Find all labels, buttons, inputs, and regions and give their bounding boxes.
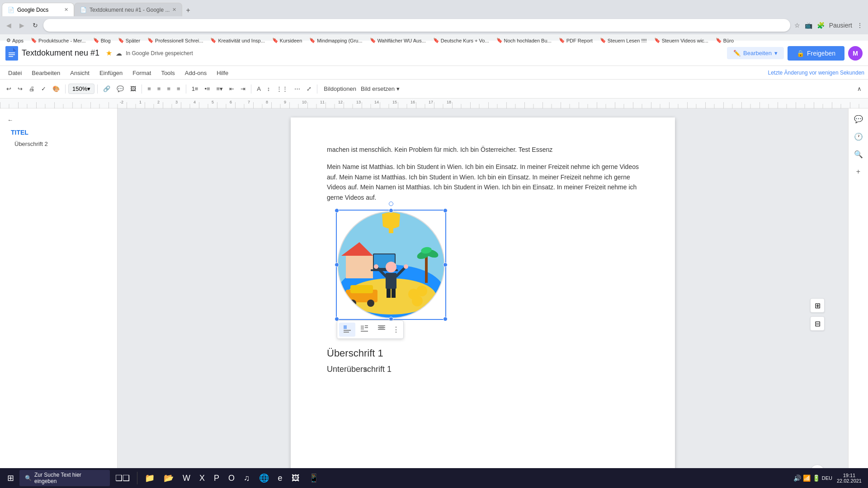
last-change-link[interactable]: Letzte Änderung vor wenigen Sekunden	[768, 70, 865, 76]
bookmark-icon[interactable]: ☆	[793, 20, 802, 30]
task-view-button[interactable]: ❑❑	[112, 471, 133, 485]
right-panel-history-icon[interactable]: 🕐	[851, 130, 866, 144]
new-tab-button[interactable]: +	[182, 5, 193, 16]
cloud-save-icon[interactable]: ☁	[116, 50, 122, 57]
cast-icon[interactable]: 📺	[803, 20, 814, 30]
taskbar-search[interactable]: 🔍 Zur Suche Text hier eingeben	[19, 470, 110, 486]
bookmark-spaeter[interactable]: 🔖 Später	[115, 37, 143, 44]
handle-bottom-right[interactable]	[443, 317, 448, 321]
taskbar-chrome-icon[interactable]: 🌐	[255, 471, 273, 485]
doc-heading2[interactable]: Unterüberschrift 1	[327, 365, 639, 374]
paintformat-button[interactable]: 🎨	[50, 84, 62, 94]
taskbar-explorer-icon[interactable]: 📁	[141, 471, 158, 485]
add-image-button[interactable]: ⊟	[810, 316, 825, 331]
forward-button[interactable]: ▶	[17, 20, 27, 31]
collapse-toolbar-button[interactable]: ∧	[854, 84, 864, 94]
tray-network-icon[interactable]: 🔊	[793, 474, 801, 482]
extensions-icon[interactable]: 🧩	[816, 20, 826, 30]
tab-2[interactable]: 📄 Textdokument neu #1 - Google ... ✕	[74, 3, 182, 16]
bookmark-buero[interactable]: 🔖 Büro	[713, 37, 736, 44]
handle-top-left[interactable]	[335, 208, 339, 213]
bookmark-kreativ[interactable]: 🔖 Kreativität und Insp...	[208, 37, 267, 44]
tab-1[interactable]: 📄 Google Docs ✕	[2, 3, 74, 16]
right-panel-expand-icon[interactable]: +	[854, 165, 863, 178]
document-area[interactable]: machen ist menschlich. Kein Problem für …	[118, 108, 848, 488]
tray-volume-icon[interactable]: 📶	[803, 474, 811, 482]
bookmark-apps[interactable]: ⚙ Apps	[4, 37, 26, 44]
taskbar-outlook-icon[interactable]: O	[225, 472, 238, 485]
image-button[interactable]: 🖼	[127, 84, 139, 94]
taskbar-phone-icon[interactable]: 📱	[305, 471, 322, 485]
bookmark-kursideen[interactable]: 🔖 Kursideen	[269, 37, 305, 44]
taskbar-edge-icon[interactable]: e	[274, 472, 286, 485]
align-justify-button[interactable]: ≡	[174, 84, 183, 94]
back-button[interactable]: ◀	[4, 20, 14, 31]
right-panel-explore-icon[interactable]: 🔍	[851, 147, 866, 161]
share-button[interactable]: 🔒 Freigeben	[788, 46, 844, 61]
reload-button[interactable]: ↻	[30, 20, 41, 31]
tray-time[interactable]: 19:11 22.02.2021	[834, 473, 864, 483]
sidebar-item-uberschrift2[interactable]: Überschrift 2	[0, 139, 117, 149]
tab-2-close[interactable]: ✕	[172, 7, 176, 13]
text-color-button[interactable]: A	[254, 84, 264, 94]
columns-button[interactable]: ⋮⋮	[274, 84, 291, 94]
taskbar-spotify-icon[interactable]: ♫	[240, 472, 254, 485]
bookmark-steuern2[interactable]: 🔖 Steuern Videos wic...	[651, 37, 711, 44]
wrap-inline-button[interactable]	[339, 323, 355, 337]
bulleted-list-button[interactable]: •≡	[202, 84, 212, 94]
align-left-button[interactable]: ≡	[145, 84, 154, 94]
indent-increase-button[interactable]: ⇥	[238, 84, 248, 94]
doc-paragraph[interactable]: Mein Name ist Matthias. Ich bin Student …	[327, 162, 639, 202]
menu-datei[interactable]: Datei	[4, 68, 26, 78]
user-avatar[interactable]: M	[848, 46, 863, 61]
wrap-behind-button[interactable]	[373, 323, 390, 337]
profile-button[interactable]: Pausiert	[828, 20, 854, 30]
menu-format[interactable]: Format	[128, 68, 156, 78]
handle-top-center[interactable]	[389, 208, 393, 213]
menu-bearbeiten[interactable]: Bearbeiten	[27, 68, 65, 78]
expand-button[interactable]: ⤢	[304, 84, 314, 94]
menu-einfuegen[interactable]: Einfügen	[95, 68, 127, 78]
bild-ersetzen-button[interactable]: Bild ersetzen ▾	[361, 85, 400, 92]
redo-button[interactable]: ↪	[15, 84, 25, 94]
bookmark-steuern1[interactable]: 🔖 Steuern Lesen !!!!	[597, 37, 650, 44]
align-right-button[interactable]: ≡	[164, 84, 173, 94]
menu-ansicht[interactable]: Ansicht	[66, 68, 94, 78]
menu-tools[interactable]: Tools	[156, 68, 179, 78]
handle-middle-left[interactable]	[335, 263, 339, 267]
spellcheck-button[interactable]: ✓	[38, 84, 49, 94]
handle-top-right[interactable]	[443, 208, 448, 213]
align-center-button[interactable]: ≡	[155, 84, 164, 94]
wrap-more-button[interactable]: ⋮	[391, 324, 401, 336]
bookmark-hochladen[interactable]: 🔖 Noch hochladen Bu...	[494, 37, 554, 44]
tab-1-close[interactable]: ✕	[64, 7, 68, 13]
bookmark-pdf[interactable]: 🔖 PDF Report	[556, 37, 595, 44]
comment-button[interactable]: 💬	[114, 84, 127, 94]
sidebar-title[interactable]: TITEL	[0, 126, 117, 139]
bookmark-prof[interactable]: 🔖 Professionell Schrei...	[145, 37, 206, 44]
taskbar-excel-icon[interactable]: X	[196, 472, 208, 485]
taskbar-ppt-icon[interactable]: P	[210, 472, 223, 485]
menu-addons[interactable]: Add-ons	[180, 68, 211, 78]
zoom-selector[interactable]: 150%▾	[68, 84, 94, 94]
bearbeiten-button[interactable]: ✏️ Bearbeiten ▾	[727, 47, 784, 59]
line-spacing-button[interactable]: ↕	[264, 84, 273, 94]
taskbar-photos-icon[interactable]: 🖼	[288, 472, 303, 485]
image-selected[interactable]: ⋮	[336, 210, 446, 320]
numbered-list-button[interactable]: 1≡	[189, 84, 201, 94]
star-icon[interactable]: ★	[106, 49, 112, 57]
rotate-handle[interactable]	[389, 202, 393, 206]
taskbar-word-icon[interactable]: W	[179, 472, 194, 485]
wrap-text-button[interactable]	[356, 323, 373, 337]
image-container[interactable]: ⋮	[336, 210, 446, 320]
bookmark-blog[interactable]: 🔖 Blog	[90, 37, 113, 44]
indent-decrease-button[interactable]: ⇤	[226, 84, 237, 94]
menu-hilfe[interactable]: Hilfe	[212, 68, 233, 78]
doc-heading1[interactable]: Überschrift 1	[327, 347, 639, 359]
menu-button[interactable]: ⋮	[855, 20, 864, 30]
handle-middle-right[interactable]	[443, 263, 448, 267]
start-button[interactable]: ⊞	[4, 471, 18, 485]
bookmark-deutsch[interactable]: 🔖 Deutsche Kurs + Vo...	[430, 37, 492, 44]
right-panel-comments-icon[interactable]: 💬	[851, 112, 866, 126]
add-comment-button[interactable]: ⊞	[810, 298, 825, 313]
